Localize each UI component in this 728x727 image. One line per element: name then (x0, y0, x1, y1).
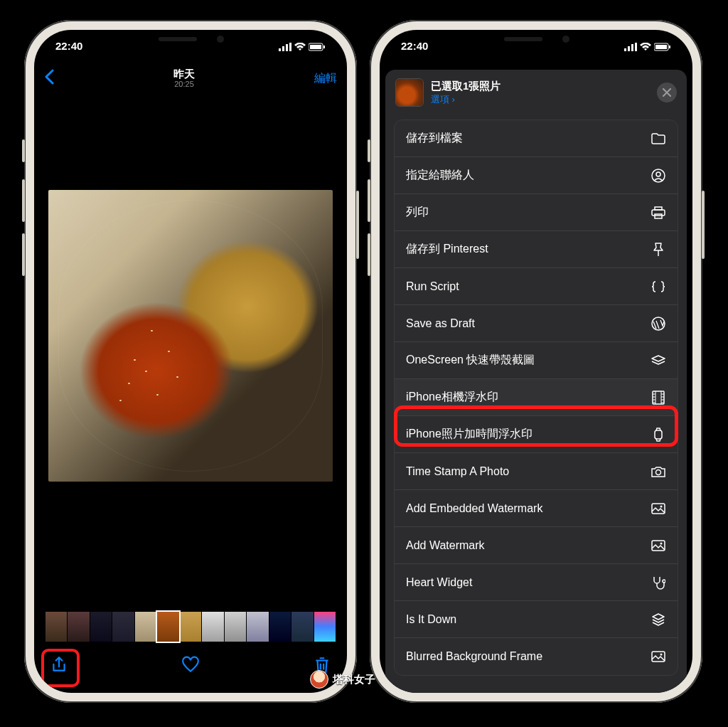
share-sheet-header: 已選取1張照片 選項 › (385, 70, 687, 115)
close-button[interactable] (657, 83, 677, 102)
phone-frame-right: 22:40 已選取1張照片 選項 › 儲存到檔案指定給聯絡人列印儲存到 Pint… (370, 20, 702, 703)
printer-icon (651, 206, 666, 219)
wifi-icon (294, 43, 306, 51)
svg-point-22 (656, 469, 661, 474)
thumbnail[interactable] (291, 612, 313, 642)
thumbnail[interactable] (135, 612, 156, 642)
share-action-row[interactable]: Heart Widget (395, 564, 678, 601)
share-action-label: 儲存到檔案 (406, 131, 463, 146)
share-action-label: Heart Widget (406, 576, 472, 589)
share-action-label: OneScreen 快速帶殼截圖 (406, 353, 535, 368)
share-action-row[interactable]: Add Embedded Watermark (395, 490, 678, 527)
share-action-row[interactable]: 儲存到檔案 (395, 120, 678, 157)
mascot-icon (310, 670, 328, 689)
chevron-left-icon (44, 69, 54, 85)
svg-point-26 (660, 542, 663, 544)
thumbnail[interactable] (202, 612, 223, 642)
svg-rect-10 (635, 43, 637, 51)
share-action-label: Run Script (406, 280, 459, 293)
thumbnail[interactable] (90, 612, 112, 642)
share-action-row[interactable]: Add Watermark (395, 527, 678, 564)
status-bar: 22:40 (34, 40, 347, 54)
svg-rect-18 (655, 214, 662, 218)
wordpress-icon (651, 317, 666, 331)
share-action-list: 儲存到檔案指定給聯絡人列印儲存到 PinterestRun ScriptSave… (394, 120, 678, 676)
share-action-row[interactable]: Is It Down (395, 601, 678, 638)
nav-title-day: 昨天 (173, 68, 195, 80)
layers-icon (651, 612, 666, 627)
svg-rect-8 (628, 46, 630, 51)
picture-icon (651, 540, 666, 551)
share-action-label: Add Watermark (406, 539, 485, 552)
share-icon (50, 656, 68, 674)
share-action-row[interactable]: 儲存到 Pinterest (395, 231, 678, 268)
main-photo[interactable] (48, 190, 333, 482)
share-action-row[interactable]: Save as Draft (395, 305, 678, 342)
thumbnail-strip[interactable] (46, 612, 336, 642)
svg-rect-6 (323, 46, 325, 48)
svg-rect-23 (652, 504, 665, 514)
image-watermark: 塔科女子 (310, 670, 375, 689)
picture-icon (651, 503, 666, 514)
svg-rect-3 (289, 43, 291, 51)
share-sheet-thumbnail (395, 78, 424, 107)
share-action-row[interactable]: 指定給聯絡人 (395, 157, 678, 194)
svg-point-15 (656, 172, 660, 176)
share-action-row[interactable]: iPhone相機浮水印 (395, 379, 678, 416)
thumbnail-selected[interactable] (157, 612, 178, 642)
svg-rect-9 (631, 44, 633, 51)
back-button[interactable] (44, 67, 54, 90)
thumbnail[interactable] (314, 612, 336, 642)
svg-rect-1 (282, 46, 284, 51)
thumbnail[interactable] (180, 612, 201, 642)
screen-right: 22:40 已選取1張照片 選項 › 儲存到檔案指定給聯絡人列印儲存到 Pint… (380, 30, 692, 693)
share-button[interactable] (50, 656, 68, 674)
share-action-row[interactable]: OneScreen 快速帶殼截圖 (395, 342, 678, 379)
pin-icon (651, 243, 666, 257)
share-action-row[interactable]: Time Stamp A Photo (395, 453, 678, 490)
share-action-label: iPhone照片加時間浮水印 (406, 427, 532, 442)
svg-point-27 (663, 580, 665, 583)
thumbnail[interactable] (247, 612, 268, 642)
svg-rect-21 (655, 430, 662, 439)
svg-point-29 (660, 654, 663, 656)
status-time: 22:40 (401, 40, 428, 54)
share-action-label: 儲存到 Pinterest (406, 242, 488, 257)
svg-rect-12 (655, 45, 667, 49)
svg-rect-0 (279, 48, 281, 51)
favorite-button[interactable] (181, 656, 200, 674)
status-icons (279, 40, 326, 54)
watch-icon (651, 428, 666, 442)
share-sheet-options-link[interactable]: 選項 › (431, 93, 650, 106)
share-action-row[interactable]: 列印 (395, 194, 678, 231)
share-action-label: 列印 (406, 205, 429, 220)
share-action-row[interactable]: iPhone照片加時間浮水印 (395, 416, 678, 453)
cellular-icon (624, 43, 637, 51)
share-action-label: Add Embedded Watermark (406, 502, 542, 515)
share-action-label: Blurred Background Frame (406, 650, 542, 663)
share-action-label: Save as Draft (406, 317, 475, 330)
share-action-row[interactable]: Blurred Background Frame (395, 638, 678, 675)
cellular-icon (279, 43, 291, 51)
braces-icon (651, 281, 666, 292)
svg-point-24 (660, 505, 663, 507)
stethoscope-icon (651, 575, 666, 590)
thumbnail[interactable] (68, 612, 89, 642)
thumbnail[interactable] (269, 612, 291, 642)
thumbnail[interactable] (225, 612, 246, 642)
edit-button[interactable]: 編輯 (314, 71, 337, 86)
status-icons (624, 40, 671, 54)
svg-rect-17 (652, 210, 665, 216)
battery-icon (309, 43, 326, 51)
share-action-row[interactable]: Run Script (395, 268, 678, 305)
svg-rect-28 (652, 652, 665, 662)
svg-rect-2 (286, 44, 288, 51)
svg-rect-13 (669, 46, 670, 48)
thumbnail[interactable] (46, 612, 67, 642)
nav-title-time: 20:25 (173, 80, 195, 88)
status-bar: 22:40 (380, 40, 692, 54)
nav-title: 昨天 20:25 (173, 68, 195, 89)
share-sheet: 已選取1張照片 選項 › 儲存到檔案指定給聯絡人列印儲存到 PinterestR… (385, 70, 687, 693)
thumbnail[interactable] (112, 612, 134, 642)
heart-icon (181, 656, 200, 674)
